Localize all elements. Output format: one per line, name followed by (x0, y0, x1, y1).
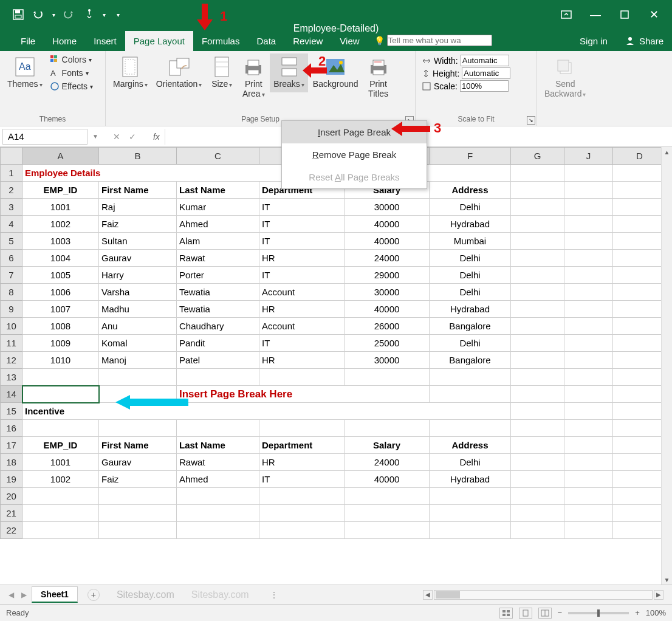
cell[interactable] (564, 352, 613, 369)
cell[interactable]: Anu (99, 318, 177, 335)
cell[interactable] (613, 335, 667, 352)
cell[interactable]: 1008 (22, 318, 99, 335)
cell[interactable] (511, 335, 564, 352)
selected-cell[interactable] (22, 386, 99, 403)
header-cell[interactable]: EMP_ID (22, 182, 99, 199)
maximize-icon[interactable] (617, 7, 632, 22)
cell[interactable] (177, 369, 259, 386)
cell[interactable]: 29000 (345, 267, 430, 284)
cell[interactable] (511, 437, 564, 454)
cell[interactable] (564, 199, 613, 216)
cell[interactable] (430, 488, 511, 505)
cell[interactable] (511, 403, 564, 420)
tab-insert[interactable]: Insert (85, 31, 125, 51)
cell[interactable]: Gaurav (99, 454, 177, 471)
cell[interactable]: 1010 (22, 352, 99, 369)
width-selector[interactable]: Width: (422, 55, 530, 66)
cell[interactable] (613, 301, 667, 318)
cell[interactable]: Delhi (430, 335, 511, 352)
cell[interactable] (613, 267, 667, 284)
cell[interactable] (345, 522, 430, 539)
cell[interactable] (613, 216, 667, 233)
scroll-down-icon[interactable]: ▼ (662, 575, 672, 585)
tab-home[interactable]: Home (44, 31, 85, 51)
row-header[interactable]: 13 (1, 369, 22, 386)
row-header[interactable]: 12 (1, 352, 22, 369)
cell[interactable] (511, 182, 564, 199)
tab-data[interactable]: Data (248, 31, 284, 51)
spreadsheet-grid[interactable]: ABCDEFGJD1Employee Details2EMP_IDFirst N… (0, 147, 672, 585)
scale-launcher[interactable]: ↘ (527, 116, 535, 125)
cell[interactable]: 25000 (345, 335, 430, 352)
cell[interactable]: Madhu (99, 301, 177, 318)
cell[interactable]: HR (259, 352, 345, 369)
cell[interactable] (22, 369, 99, 386)
cell[interactable]: 1003 (22, 233, 99, 250)
cell[interactable] (613, 250, 667, 267)
cell[interactable]: Hydrabad (430, 471, 511, 488)
cell[interactable] (511, 233, 564, 250)
header-cell[interactable]: EMP_ID (22, 437, 99, 454)
cell[interactable]: 1001 (22, 199, 99, 216)
cell[interactable] (511, 284, 564, 301)
cell[interactable]: IT (259, 471, 345, 488)
cell[interactable] (22, 488, 99, 505)
cell[interactable] (177, 522, 259, 539)
enter-formula-icon[interactable]: ✓ (129, 132, 136, 142)
add-sheet-icon[interactable]: + (87, 589, 100, 601)
cell[interactable]: Rawat (177, 454, 259, 471)
cell[interactable] (511, 352, 564, 369)
cell[interactable]: IT (259, 216, 345, 233)
cell[interactable] (564, 471, 613, 488)
cell[interactable] (564, 216, 613, 233)
col-header[interactable]: G (511, 148, 564, 165)
remove-page-break-item[interactable]: Remove Page Break (282, 143, 427, 166)
close-icon[interactable]: ✕ (646, 7, 661, 22)
cell[interactable] (613, 165, 667, 182)
save-icon[interactable] (11, 7, 26, 22)
name-box[interactable]: A14 (2, 129, 87, 145)
cell[interactable] (511, 216, 564, 233)
print-area-button[interactable]: Print Area (238, 53, 269, 102)
cell[interactable] (177, 420, 259, 437)
cell[interactable]: 30000 (345, 284, 430, 301)
cell[interactable] (430, 386, 511, 403)
cell[interactable] (99, 522, 177, 539)
header-cell[interactable]: First Name (99, 437, 177, 454)
cell[interactable]: HR (259, 250, 345, 267)
cell[interactable]: 1002 (22, 471, 99, 488)
cell[interactable]: Sultan (99, 233, 177, 250)
cell[interactable]: Tewatia (177, 284, 259, 301)
cell[interactable] (430, 369, 511, 386)
cell[interactable] (613, 318, 667, 335)
cell[interactable] (259, 420, 345, 437)
title-cell[interactable]: Incentive (22, 403, 511, 420)
scroll-up-icon[interactable]: ▲ (662, 147, 672, 157)
tab-page-layout[interactable]: Page Layout (125, 31, 193, 51)
cell[interactable]: Patel (177, 352, 259, 369)
cell[interactable] (511, 267, 564, 284)
cell[interactable] (613, 522, 667, 539)
row-header[interactable]: 5 (1, 233, 22, 250)
cell[interactable] (564, 505, 613, 522)
cell[interactable] (613, 369, 667, 386)
row-header[interactable]: 21 (1, 505, 22, 522)
tab-split-icon[interactable]: ⋮ (270, 590, 278, 600)
cell[interactable]: Gaurav (99, 250, 177, 267)
row-header[interactable]: 19 (1, 471, 22, 488)
tell-me-input[interactable] (387, 35, 492, 46)
page-layout-view-icon[interactable] (519, 608, 532, 619)
cell[interactable] (613, 505, 667, 522)
cell[interactable]: Alam (177, 233, 259, 250)
sign-in[interactable]: Sign in (571, 31, 616, 51)
cell[interactable]: Faiz (99, 471, 177, 488)
cell[interactable]: Hydrabad (430, 301, 511, 318)
cell[interactable] (613, 454, 667, 471)
cell[interactable] (564, 437, 613, 454)
cell[interactable] (564, 454, 613, 471)
touch-drop-icon[interactable]: ▾ (103, 12, 106, 18)
row-header[interactable]: 8 (1, 284, 22, 301)
cell[interactable] (511, 250, 564, 267)
cell[interactable]: Komal (99, 335, 177, 352)
colors-button[interactable]: Colors▾ (47, 53, 96, 66)
